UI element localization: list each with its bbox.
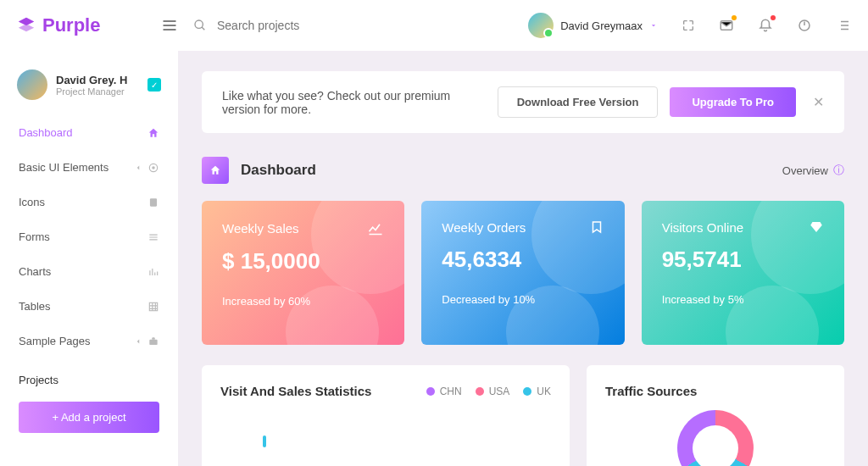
stat-label: Weekly Sales <box>222 221 299 236</box>
stat-label: Visitors Online <box>662 220 743 235</box>
bar-chart <box>220 413 551 447</box>
user-name: David Greymaax <box>560 19 643 32</box>
bell-icon[interactable] <box>758 18 773 33</box>
nav-label: Dashboard <box>19 126 73 139</box>
stat-card-weekly-orders[interactable]: Weekly Orders 45,6334 Decreased by 10% <box>421 201 624 345</box>
chevron-left-icon <box>134 164 142 172</box>
close-icon[interactable]: ✕ <box>813 94 824 110</box>
svg-rect-7 <box>149 339 157 344</box>
stat-card-weekly-sales[interactable]: Weekly Sales $ 15,0000 Increased by 60% <box>202 201 404 345</box>
traffic-sources-card: Traffic Sources <box>587 365 844 466</box>
download-free-button[interactable]: Download Free Version <box>498 86 659 118</box>
sidebar-item-charts[interactable]: Charts <box>0 254 178 289</box>
legend-item-usa[interactable]: USA <box>476 386 510 397</box>
brand-text: Purple <box>42 14 100 36</box>
sidebar-section-projects: Projects <box>0 358 178 386</box>
profile-role: Project Manager <box>56 86 127 97</box>
sidebar-item-tables[interactable]: Tables <box>0 289 178 324</box>
legend-item-uk[interactable]: UK <box>523 386 551 397</box>
info-icon: ⓘ <box>833 163 844 178</box>
search-input[interactable] <box>217 19 353 32</box>
nav-label: Icons <box>19 196 45 208</box>
promo-banner: Like what you see? Check out our premium… <box>202 71 844 133</box>
profile-name: David Grey. H <box>56 74 127 86</box>
layers-icon <box>17 16 36 35</box>
stats-row: Weekly Sales $ 15,0000 Increased by 60% … <box>202 201 844 345</box>
settings-list-icon[interactable] <box>836 18 851 33</box>
mail-icon[interactable] <box>719 18 734 33</box>
verified-badge-icon: ✓ <box>147 78 161 92</box>
avatar <box>528 13 554 38</box>
sidebar-item-sample-pages[interactable]: Sample Pages <box>0 324 178 358</box>
avatar <box>17 69 47 100</box>
user-dropdown[interactable]: David Greymaax <box>528 13 658 38</box>
nav-label: Basic UI Elements <box>19 161 108 174</box>
chart-bar-icon <box>147 266 159 278</box>
chevron-left-icon <box>134 337 142 346</box>
chart-legend: CHN USA UK <box>426 386 551 397</box>
visit-sales-card: Visit And Sales Statistics CHN USA UK <box>202 365 570 466</box>
chevron-down-icon <box>649 21 658 30</box>
topnav-right: David Greymaax <box>528 13 851 38</box>
sidebar-item-basic-ui[interactable]: Basic UI Elements <box>0 150 178 185</box>
overview-link[interactable]: Overview ⓘ <box>782 163 844 178</box>
brand-logo[interactable]: Purple <box>17 14 161 36</box>
add-project-button[interactable]: + Add a project <box>19 402 159 433</box>
sidebar-item-dashboard[interactable]: Dashboard <box>0 115 178 150</box>
search-area <box>193 19 528 32</box>
page-header: Dashboard Overview ⓘ <box>202 157 844 184</box>
sidebar-item-icons[interactable]: Icons <box>0 185 178 219</box>
sidebar-profile[interactable]: David Grey. H Project Manager ✓ <box>0 61 178 115</box>
home-icon <box>147 127 159 139</box>
fullscreen-icon[interactable] <box>682 19 695 32</box>
upgrade-pro-button[interactable]: Upgrade To Pro <box>670 87 796 117</box>
card-title: Traffic Sources <box>605 384 697 398</box>
svg-rect-5 <box>150 198 157 206</box>
main-content: Like what you see? Check out our premium… <box>178 51 868 466</box>
profile-info: David Grey. H Project Manager <box>56 74 127 97</box>
overview-label: Overview <box>782 164 828 177</box>
menu-toggle-icon[interactable] <box>161 17 178 34</box>
sidebar-item-forms[interactable]: Forms <box>0 219 178 254</box>
promo-text: Like what you see? Check out our premium… <box>222 89 486 116</box>
stat-label: Weekly Orders <box>442 220 526 235</box>
briefcase-icon <box>147 336 159 347</box>
nav-label: Sample Pages <box>19 335 91 347</box>
nav-label: Tables <box>19 300 51 313</box>
donut-chart <box>677 410 754 466</box>
stat-card-visitors-online[interactable]: Visitors Online 95,5741 Increased by 5% <box>642 201 844 345</box>
page-title: Dashboard <box>241 162 316 179</box>
sidebar: David Grey. H Project Manager ✓ Dashboar… <box>0 51 178 466</box>
contacts-icon <box>147 197 159 208</box>
svg-point-0 <box>195 20 203 28</box>
nav-label: Charts <box>19 265 51 278</box>
nav-label: Forms <box>19 230 50 243</box>
bottom-row: Visit And Sales Statistics CHN USA UK Tr… <box>202 365 844 466</box>
power-icon[interactable] <box>797 18 812 33</box>
legend-item-chn[interactable]: CHN <box>426 386 462 397</box>
card-title: Visit And Sales Statistics <box>220 384 371 398</box>
list-icon <box>147 231 159 243</box>
top-navbar: Purple David Greymaax <box>0 0 868 51</box>
svg-rect-6 <box>149 302 157 310</box>
search-icon[interactable] <box>193 19 207 32</box>
home-icon <box>202 157 229 184</box>
table-icon <box>147 301 159 313</box>
target-icon <box>147 162 159 174</box>
svg-point-4 <box>152 166 155 169</box>
